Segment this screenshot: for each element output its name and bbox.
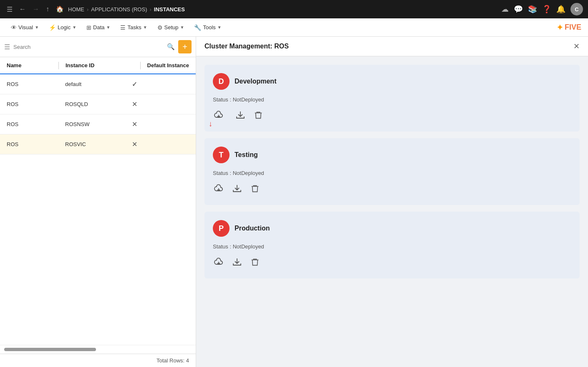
- nav-logic-label: Logic: [58, 24, 71, 30]
- row-2-instance-id: ROSNSW: [58, 115, 125, 133]
- data-icon: ⊞: [86, 24, 91, 31]
- development-status: Status : NotDeployed: [213, 96, 571, 103]
- card-header-development: D Development: [213, 73, 571, 90]
- table-body: ROS default ✓ ROS ROSQLD ✕ ROS ROSNSW ✕: [0, 74, 196, 345]
- tasks-chevron: ▼: [143, 25, 147, 30]
- tools-chevron: ▼: [217, 25, 222, 30]
- production-status: Status : NotDeployed: [213, 243, 571, 250]
- development-avatar: D: [213, 73, 230, 90]
- cluster-card-development: D Development Status : NotDeployed ↑: [204, 65, 580, 132]
- testing-status: Status : NotDeployed: [213, 170, 571, 176]
- card-header-production: P Production: [213, 220, 571, 237]
- five-logo-text: FIVE: [565, 23, 581, 32]
- top-nav-right: ☁ 💬 📚 ❓ 🔔 C: [501, 3, 583, 15]
- table-row[interactable]: ROS ROSQLD ✕: [0, 94, 196, 114]
- nav-data-label: Data: [93, 24, 104, 30]
- testing-actions: [213, 183, 571, 197]
- row-0-default: ✓: [125, 74, 196, 94]
- nav-setup[interactable]: ⚙ Setup ▼: [153, 22, 189, 33]
- testing-download-button[interactable]: [231, 183, 243, 197]
- scrollbar-thumb[interactable]: [4, 348, 96, 351]
- breadcrumb-sep-2: ›: [149, 6, 151, 13]
- nav-tasks[interactable]: ☰ Tasks ▼: [116, 22, 151, 33]
- production-deploy-button[interactable]: [213, 256, 225, 270]
- right-panel-header: Cluster Management: ROS ✕: [196, 37, 588, 56]
- breadcrumb-applications[interactable]: APPLICATIONS (ROS): [91, 6, 147, 13]
- forward-icon[interactable]: →: [31, 4, 41, 15]
- nav-data[interactable]: ⊞ Data ▼: [82, 22, 114, 33]
- testing-avatar: T: [213, 147, 230, 163]
- row-0-instance-id: default: [58, 75, 125, 93]
- x-icon: ✕: [132, 120, 137, 128]
- chat-icon[interactable]: 💬: [514, 5, 523, 14]
- visual-icon: 👁: [11, 24, 17, 31]
- production-delete-button[interactable]: [250, 257, 260, 270]
- production-title: Production: [235, 225, 270, 232]
- top-nav-left: ☰ ← → ↑ 🏠 HOME › APPLICATIONS (ROS) › IN…: [5, 4, 498, 15]
- production-download-button[interactable]: [231, 256, 243, 270]
- th-default-instance[interactable]: Default Instance: [141, 57, 196, 73]
- nav-tools-label: Tools: [203, 24, 215, 30]
- cloud-icon[interactable]: ☁: [501, 5, 509, 14]
- user-avatar[interactable]: C: [570, 3, 583, 15]
- development-deploy-button[interactable]: ↑: [213, 109, 225, 123]
- tools-icon: 🔧: [194, 24, 201, 31]
- breadcrumb-home[interactable]: HOME: [68, 6, 84, 13]
- scrollbar-track[interactable]: [0, 345, 196, 354]
- development-title: Development: [235, 78, 276, 85]
- search-input[interactable]: [13, 44, 164, 50]
- download-icon: [235, 110, 245, 120]
- bell-icon[interactable]: 🔔: [556, 5, 565, 14]
- up-icon[interactable]: ↑: [44, 4, 51, 15]
- search-icon[interactable]: 🔍: [167, 43, 175, 51]
- breadcrumb: 🏠 HOME › APPLICATIONS (ROS) › INSTANCES: [54, 4, 185, 15]
- development-delete-button[interactable]: [253, 110, 264, 123]
- visual-chevron: ▼: [35, 25, 39, 30]
- cloud-deploy-icon: [214, 257, 224, 267]
- setup-icon: ⚙: [157, 24, 163, 31]
- back-icon[interactable]: ←: [18, 4, 28, 15]
- row-1-instance-id: ROSQLD: [58, 95, 125, 113]
- th-name[interactable]: Name: [0, 57, 58, 73]
- testing-deploy-button[interactable]: [213, 183, 225, 197]
- top-navigation: ☰ ← → ↑ 🏠 HOME › APPLICATIONS (ROS) › IN…: [0, 0, 588, 18]
- download-icon: [232, 184, 242, 194]
- book-icon[interactable]: 📚: [528, 5, 537, 14]
- help-icon[interactable]: ❓: [542, 5, 551, 14]
- left-panel: ☰ 🔍 + Name Instance ID Default Instance …: [0, 37, 196, 367]
- production-avatar: P: [213, 220, 230, 237]
- check-icon: ✓: [132, 80, 137, 88]
- add-button[interactable]: +: [178, 40, 192, 53]
- second-nav-items: 👁 Visual ▼ ⚡ Logic ▼ ⊞ Data ▼ ☰ Tasks ▼ …: [7, 22, 226, 33]
- row-1-default: ✕: [125, 94, 196, 114]
- development-actions: ↑: [213, 109, 571, 123]
- row-3-instance-id: ROSVIC: [58, 135, 125, 153]
- nav-visual-label: Visual: [18, 24, 33, 30]
- testing-delete-button[interactable]: [250, 183, 260, 196]
- th-instance-id[interactable]: Instance ID: [59, 57, 140, 73]
- main-content: ☰ 🔍 + Name Instance ID Default Instance …: [0, 37, 588, 367]
- table-header: Name Instance ID Default Instance: [0, 57, 196, 74]
- table-row[interactable]: ROS ROSVIC ✕: [0, 134, 196, 154]
- nav-visual[interactable]: 👁 Visual ▼: [7, 22, 43, 33]
- row-2-default: ✕: [125, 114, 196, 134]
- total-rows-label: Total Rows: 4: [156, 357, 189, 364]
- row-2-name: ROS: [0, 115, 58, 133]
- breadcrumb-instances[interactable]: INSTANCES: [154, 6, 185, 13]
- nav-tools[interactable]: 🔧 Tools ▼: [190, 22, 225, 33]
- logic-icon: ⚡: [49, 24, 56, 31]
- nav-logic[interactable]: ⚡ Logic ▼: [45, 22, 81, 33]
- row-3-name: ROS: [0, 135, 58, 153]
- setup-chevron: ▼: [180, 25, 184, 30]
- card-header-testing: T Testing: [213, 147, 571, 163]
- cluster-card-testing: T Testing Status : NotDeployed: [204, 138, 580, 205]
- close-button[interactable]: ✕: [573, 42, 580, 51]
- trash-icon: [254, 111, 263, 120]
- tasks-icon: ☰: [120, 24, 126, 31]
- table-row[interactable]: ROS default ✓: [0, 74, 196, 94]
- five-logo: ✦ FIVE: [557, 23, 581, 32]
- menu-icon[interactable]: ☰: [5, 4, 14, 15]
- red-arrow-indicator: ↑: [209, 120, 212, 129]
- table-row[interactable]: ROS ROSNSW ✕: [0, 114, 196, 134]
- development-download-button[interactable]: [235, 109, 246, 123]
